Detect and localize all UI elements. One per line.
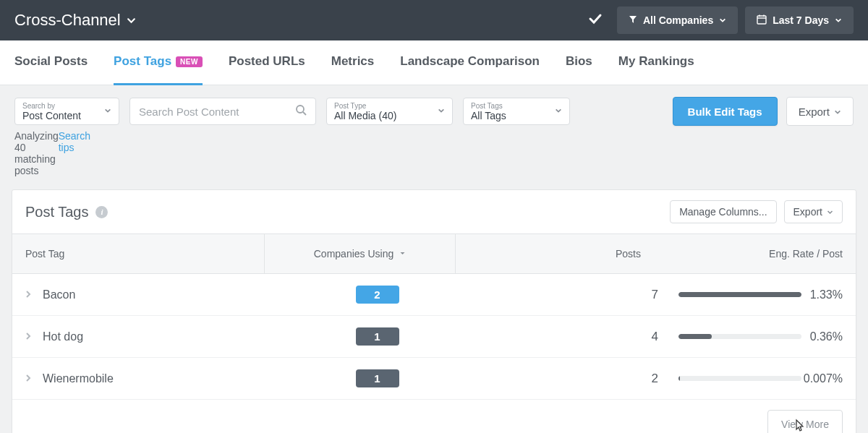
tab-bios[interactable]: Bios xyxy=(566,40,592,85)
search-by-select[interactable]: Search by Post Content xyxy=(14,98,119,125)
sort-desc-icon xyxy=(399,250,406,258)
companies-pill: 1 xyxy=(356,369,399,387)
search-input-wrapper xyxy=(129,98,316,125)
chevron-down-icon xyxy=(555,107,562,116)
chevron-down-icon xyxy=(438,107,445,116)
chevron-down-icon xyxy=(104,107,111,116)
top-bar: Cross-Channel All Companies Last 7 Days xyxy=(0,0,868,40)
expand-icon[interactable] xyxy=(25,289,43,301)
svg-line-5 xyxy=(303,112,306,115)
tag-name: Wienermobile xyxy=(43,372,114,385)
daterange-label: Last 7 Days xyxy=(773,14,829,26)
posts-count: 7 xyxy=(473,288,668,302)
app-title-dropdown[interactable]: Cross-Channel xyxy=(14,11,136,30)
bulk-edit-tags-button[interactable]: Bulk Edit Tags xyxy=(673,97,778,126)
analyzing-text: Analyzing 40 matching posts xyxy=(14,130,59,176)
new-badge: NEW xyxy=(176,56,203,67)
eng-bar xyxy=(678,334,801,339)
tab-posted-urls[interactable]: Posted URLs xyxy=(229,40,305,85)
svg-rect-0 xyxy=(757,16,766,24)
table-row[interactable]: Bacon271.33% xyxy=(12,274,856,316)
eng-bar xyxy=(678,292,801,297)
post-type-select[interactable]: Post Type All Media (40) xyxy=(326,98,453,125)
table-row[interactable]: Hot dog140.36% xyxy=(12,316,856,358)
panel-export-button[interactable]: Export xyxy=(784,200,843,223)
panel-title: Post Tags i xyxy=(25,204,108,220)
posts-count: 4 xyxy=(473,330,668,344)
check-icon[interactable] xyxy=(588,12,603,30)
search-by-value: Post Content xyxy=(22,110,81,121)
export-button[interactable]: Export xyxy=(786,97,854,126)
post-type-value: All Media (40) xyxy=(334,110,396,121)
subline: Analyzing 40 matching posts Search tips xyxy=(0,129,868,176)
daterange-button[interactable]: Last 7 Days xyxy=(745,7,854,34)
table-row[interactable]: Wienermobile120.007% xyxy=(12,358,856,400)
tab-post-tags[interactable]: Post Tags NEW xyxy=(114,40,203,85)
eng-rate-value: 0.007% xyxy=(801,372,843,385)
eng-bar xyxy=(678,376,801,381)
svg-point-4 xyxy=(297,106,304,113)
tab-bar: Social Posts Post Tags NEW Posted URLs M… xyxy=(0,40,868,85)
search-input[interactable] xyxy=(139,106,296,118)
eng-rate-value: 0.36% xyxy=(801,330,843,343)
chevron-down-icon xyxy=(835,14,842,26)
post-tags-value: All Tags xyxy=(471,110,506,121)
col-eng-rate[interactable]: Eng. Rate / Post xyxy=(651,248,843,260)
filters-row: Search by Post Content Post Type All Med… xyxy=(0,85,868,129)
col-companies-using[interactable]: Companies Using xyxy=(264,233,456,274)
post-tags-select[interactable]: Post Tags All Tags xyxy=(463,98,570,125)
expand-icon[interactable] xyxy=(25,373,43,385)
col-post-tag[interactable]: Post Tag xyxy=(25,248,264,260)
filter-icon xyxy=(629,14,637,26)
expand-icon[interactable] xyxy=(25,331,43,343)
search-tips-link[interactable]: Search tips xyxy=(59,130,90,176)
companies-pill: 2 xyxy=(356,286,399,304)
companies-pill: 1 xyxy=(356,327,399,346)
chevron-down-icon xyxy=(834,106,841,118)
col-posts[interactable]: Posts xyxy=(456,248,651,260)
search-by-label: Search by xyxy=(22,102,55,110)
chevron-down-icon xyxy=(127,11,136,30)
tab-social-posts[interactable]: Social Posts xyxy=(14,40,88,85)
table-header: Post Tag Companies Using Posts Eng. Rate… xyxy=(12,233,856,274)
companies-filter-button[interactable]: All Companies xyxy=(617,7,738,34)
posts-count: 2 xyxy=(473,372,668,386)
tab-landscape-comparison[interactable]: Landscape Comparison xyxy=(400,40,540,85)
search-icon[interactable] xyxy=(296,105,307,118)
view-more-button[interactable]: View More xyxy=(767,410,843,433)
info-icon[interactable]: i xyxy=(95,206,108,218)
tab-metrics[interactable]: Metrics xyxy=(331,40,375,85)
post-tags-panel: Post Tags i Manage Columns... Export Pos… xyxy=(12,189,856,433)
post-tags-label: Post Tags xyxy=(471,102,503,110)
tag-name: Bacon xyxy=(43,288,75,301)
chevron-down-icon xyxy=(719,14,726,26)
tab-my-rankings[interactable]: My Rankings xyxy=(618,40,694,85)
manage-columns-button[interactable]: Manage Columns... xyxy=(670,200,776,223)
post-type-label: Post Type xyxy=(334,102,366,110)
chevron-down-icon xyxy=(827,206,833,218)
eng-rate-value: 1.33% xyxy=(801,288,843,301)
companies-filter-label: All Companies xyxy=(643,14,713,26)
calendar-icon xyxy=(757,14,767,27)
tag-name: Hot dog xyxy=(43,330,83,343)
app-title-text: Cross-Channel xyxy=(14,11,121,30)
